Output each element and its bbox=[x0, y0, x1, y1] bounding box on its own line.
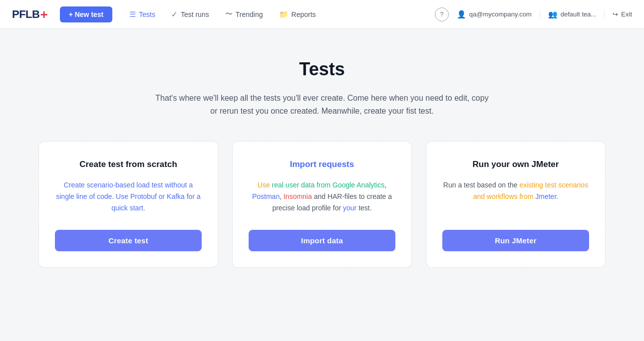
card-scratch-desc: Create scenario-based load test without … bbox=[55, 179, 202, 214]
navbar: PFLB+ + New test ☰ Tests ✓ Test runs 〜 T… bbox=[0, 0, 644, 29]
exit-button[interactable]: ↪ Exit bbox=[613, 10, 632, 18]
nav-label-tests: Tests bbox=[139, 10, 155, 18]
card-jmeter: Run your own JMeter Run a test based on … bbox=[426, 141, 606, 268]
nav-label-reports: Reports bbox=[292, 10, 316, 18]
team-label: default tea... bbox=[561, 10, 597, 18]
card-import-desc-comma: , bbox=[384, 181, 386, 189]
logo-plus: + bbox=[40, 8, 47, 21]
user-email-label: qa@mycompany.com bbox=[469, 10, 532, 18]
card-jmeter-title: Run your own JMeter bbox=[473, 160, 559, 170]
card-import: Import requests Use real user data from … bbox=[232, 141, 412, 268]
card-scratch-title: Create test from scratch bbox=[79, 160, 177, 170]
card-import-desc-test: test. bbox=[356, 204, 371, 212]
nav-label-test-runs: Test runs bbox=[181, 10, 209, 18]
page-title: Tests bbox=[299, 59, 344, 80]
card-jmeter-desc-run: Run a test based on the bbox=[443, 181, 520, 189]
nav-item-tests[interactable]: ☰ Tests bbox=[122, 7, 162, 22]
card-import-desc-your: your bbox=[343, 204, 356, 212]
card-import-title: Import requests bbox=[290, 160, 354, 170]
team-selector[interactable]: 👥 default tea... bbox=[548, 10, 597, 19]
card-import-desc-insomnia: Insomnia bbox=[284, 192, 312, 200]
main-content: Tests That's where we'll keep all the te… bbox=[0, 29, 644, 288]
exit-icon: ↪ bbox=[613, 10, 618, 18]
team-icon: 👥 bbox=[548, 10, 558, 19]
logo[interactable]: PFLB+ bbox=[12, 8, 48, 21]
list-icon: ☰ bbox=[129, 10, 136, 19]
nav-label-trending: Trending bbox=[236, 10, 263, 18]
user-icon: 👤 bbox=[457, 10, 466, 19]
trending-icon: 〜 bbox=[225, 9, 233, 19]
logo-text: PFLB bbox=[12, 8, 39, 21]
new-test-button[interactable]: + New test bbox=[60, 6, 113, 22]
check-icon: ✓ bbox=[171, 10, 178, 19]
card-import-desc-use: Use bbox=[258, 181, 272, 189]
nav-divider bbox=[540, 9, 540, 19]
card-jmeter-desc-jmeter: Jmeter bbox=[535, 192, 556, 200]
folder-icon: 📁 bbox=[279, 10, 289, 19]
exit-label: Exit bbox=[621, 10, 632, 18]
nav-links: ☰ Tests ✓ Test runs 〜 Trending 📁 Reports bbox=[122, 6, 431, 22]
nav-item-trending[interactable]: 〜 Trending bbox=[218, 6, 270, 22]
card-import-desc: Use real user data from Google Analytics… bbox=[249, 179, 395, 214]
card-jmeter-desc-period: . bbox=[556, 192, 558, 200]
card-jmeter-desc: Run a test based on the existing test sc… bbox=[442, 179, 589, 214]
help-button[interactable]: ? bbox=[435, 7, 449, 21]
cards-container: Create test from scratch Create scenario… bbox=[32, 141, 612, 268]
card-import-desc-real: real user data from Google Analytics bbox=[272, 181, 385, 189]
user-email[interactable]: 👤 qa@mycompany.com bbox=[457, 10, 532, 19]
nav-item-test-runs[interactable]: ✓ Test runs bbox=[164, 7, 216, 22]
create-test-button[interactable]: Create test bbox=[55, 230, 202, 251]
card-import-desc-postman: Postman bbox=[252, 192, 280, 200]
run-jmeter-button[interactable]: Run JMeter bbox=[442, 230, 589, 251]
card-import-desc-comma2: , bbox=[280, 192, 284, 200]
page-subtitle: That's where we'll keep all the tests yo… bbox=[152, 92, 492, 117]
nav-divider-2 bbox=[604, 9, 605, 19]
nav-right: ? 👤 qa@mycompany.com 👥 default tea... ↪ … bbox=[435, 7, 632, 21]
import-data-button[interactable]: Import data bbox=[249, 230, 395, 251]
card-scratch: Create test from scratch Create scenario… bbox=[38, 141, 218, 268]
help-icon: ? bbox=[440, 10, 443, 18]
card-scratch-desc-text: Create scenario-based load test without … bbox=[56, 181, 201, 212]
nav-item-reports[interactable]: 📁 Reports bbox=[272, 7, 323, 22]
